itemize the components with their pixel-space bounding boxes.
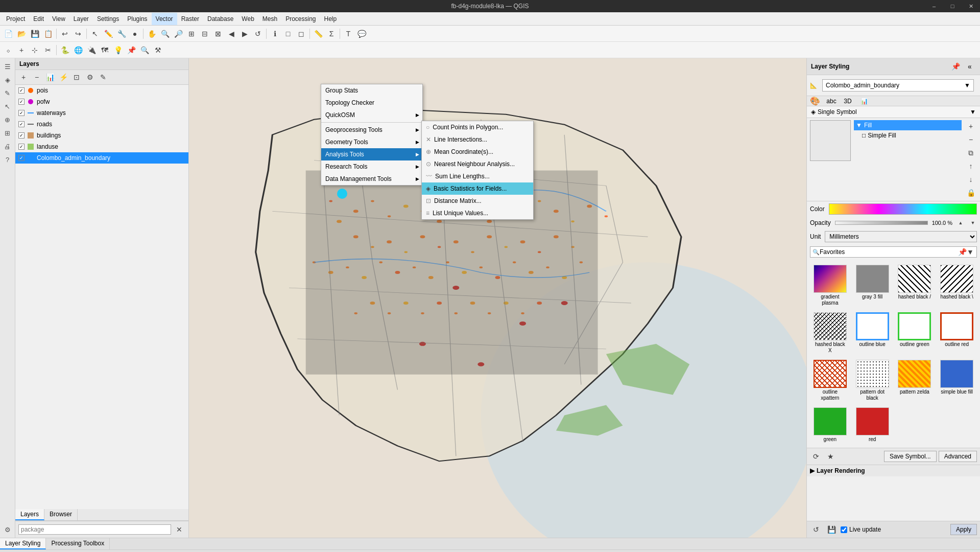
analysis-distance-matrix[interactable]: ⊡ Distance Matrix...: [422, 195, 533, 207]
show-tips-button[interactable]: 🔍: [138, 44, 151, 56]
symbol-outline-blue[interactable]: outline blue: [852, 310, 893, 356]
zoom-next-button[interactable]: ▶: [238, 28, 251, 40]
analysis-mean-coordinate[interactable]: ⊕ Mean Coordinate(s)...: [422, 146, 533, 158]
layer-item-colombo[interactable]: ✓ Colombo_admin_boundary: [15, 152, 188, 164]
symbol-outline-xpattern[interactable]: outlinexpattern: [810, 358, 850, 403]
search-clear-button[interactable]: ✕: [173, 523, 185, 536]
layers-icon[interactable]: ☰: [2, 60, 14, 73]
symbol-hashed-black-backslash[interactable]: hashed black \: [937, 263, 977, 308]
opacity-down-button[interactable]: ▼: [969, 219, 977, 227]
layer-item-pois[interactable]: ✓ pois: [15, 85, 188, 96]
undo-button[interactable]: ↩: [59, 28, 71, 40]
plugin-button[interactable]: 🔌: [85, 44, 98, 56]
add-layer-button[interactable]: +: [17, 71, 30, 83]
symbol-simple-blue-fill[interactable]: simple blue fill: [937, 358, 977, 403]
duplicate-symbol-layer-button[interactable]: ⧉: [965, 147, 977, 159]
split-button[interactable]: ✂: [42, 44, 54, 56]
refresh-button[interactable]: ↺: [252, 28, 264, 40]
menu-web[interactable]: Web: [237, 13, 258, 25]
filter-layer-button[interactable]: ⚡: [57, 71, 69, 83]
waterways-check[interactable]: ✓: [18, 110, 25, 116]
digitize-button[interactable]: ✏️: [102, 28, 114, 40]
open-attribute-table-button[interactable]: 📊: [44, 71, 56, 83]
zoom-icon[interactable]: ⊞: [2, 127, 14, 139]
vector-menu-quickosm[interactable]: QuickOSM ▶: [321, 109, 422, 121]
refresh-style-button[interactable]: ↺: [810, 523, 822, 536]
vector-menu-geoprocessing[interactable]: Geoprocessing Tools ▶: [321, 124, 422, 136]
live-update-checkbox[interactable]: [841, 526, 847, 533]
move-feature-button[interactable]: ⊹: [29, 44, 41, 56]
maximize-button[interactable]: □: [943, 0, 962, 12]
zoom-full-button[interactable]: ⊞: [185, 28, 198, 40]
map-canvas[interactable]: Group Stats Topology Checker QuickOSM ▶ …: [189, 58, 806, 538]
package-search-input[interactable]: [18, 524, 171, 535]
new-project-button[interactable]: 📄: [2, 28, 14, 40]
bookmark-style-button[interactable]: ★: [824, 450, 836, 463]
layer-properties-button[interactable]: ⚙: [84, 71, 96, 83]
vector-menu-analysis[interactable]: Analysis Tools ▶: [321, 148, 422, 160]
symbol-red-fill[interactable]: red: [852, 405, 893, 445]
symbol-simple-fill-row[interactable]: □ Simple Fill: [854, 130, 962, 141]
pan-button[interactable]: ✋: [146, 28, 158, 40]
label-button[interactable]: T: [342, 28, 354, 40]
statistics-button[interactable]: Σ: [325, 28, 338, 40]
menu-raster[interactable]: Raster: [177, 13, 203, 25]
style-paint-tab[interactable]: 🎨: [807, 96, 823, 106]
select-icon[interactable]: ↖: [2, 100, 14, 112]
style-3d-tab[interactable]: 3D: [840, 96, 856, 106]
zoom-layer-button[interactable]: ⊠: [212, 28, 224, 40]
point-button[interactable]: ●: [129, 28, 141, 40]
minimize-button[interactable]: –: [925, 0, 943, 12]
unit-select[interactable]: Millimeters: [825, 231, 977, 242]
move-down-symbol-button[interactable]: ↓: [965, 173, 977, 186]
apply-button[interactable]: Apply: [950, 524, 977, 535]
select-features-button[interactable]: ↖: [89, 28, 101, 40]
globe-button[interactable]: 🌐: [72, 44, 84, 56]
vector-menu-group-stats[interactable]: Group Stats: [321, 84, 422, 97]
symbol-green-fill[interactable]: green: [810, 405, 850, 445]
symbol-outline-red[interactable]: outline red: [937, 310, 977, 356]
add-symbol-layer-button[interactable]: +: [965, 120, 977, 132]
edit-layer-button[interactable]: ✎: [97, 71, 109, 83]
menu-plugins[interactable]: Plugins: [123, 13, 151, 25]
analysis-line-intersections[interactable]: ✕ Line Intersections...: [422, 133, 533, 146]
zoom-back-button[interactable]: ◀: [225, 28, 237, 40]
menu-edit[interactable]: Edit: [29, 13, 48, 25]
save-symbol-button[interactable]: Save Symbol...: [884, 451, 937, 462]
remove-layer-button[interactable]: −: [31, 71, 43, 83]
menu-mesh[interactable]: Mesh: [258, 13, 281, 25]
vector-menu-data-mgmt[interactable]: Data Management Tools ▶: [321, 173, 422, 185]
layer-item-buildings[interactable]: ✓ buildings: [15, 130, 188, 141]
edit-button[interactable]: 🔧: [115, 28, 128, 40]
vector-menu-research[interactable]: Research Tools ▶: [321, 160, 422, 173]
menu-processing[interactable]: Processing: [281, 13, 320, 25]
analysis-count-points[interactable]: ○ Count Points in Polygon...: [422, 121, 533, 133]
zoom-to-layer-button[interactable]: ⊡: [70, 71, 83, 83]
symbol-hashed-black-x[interactable]: hashed blackX: [810, 310, 850, 356]
save-project-button[interactable]: 💾: [29, 28, 41, 40]
analysis-basic-statistics[interactable]: ◈ Basic Statistics for Fields...: [422, 182, 533, 195]
lock-symbol-button[interactable]: 🔒: [965, 187, 977, 199]
zoom-out-button[interactable]: 🔎: [172, 28, 184, 40]
buildings-check[interactable]: ✓: [18, 132, 25, 139]
symbol-outline-green[interactable]: outline green: [895, 310, 935, 356]
zoom-selection-button[interactable]: ⊟: [199, 28, 211, 40]
analysis-nearest-neighbour[interactable]: ⊙ Nearest Neighbour Analysis...: [422, 158, 533, 170]
symbol-pattern-dot-black[interactable]: pattern dotblack: [852, 358, 893, 403]
measure-button[interactable]: 📏: [312, 28, 324, 40]
tab-layers[interactable]: Layers: [15, 509, 44, 520]
tab-layer-styling[interactable]: Layer Styling: [0, 538, 46, 549]
symbol-hashed-black-slash[interactable]: hashed black /: [895, 263, 935, 308]
map-tips-button[interactable]: 💡: [112, 44, 124, 56]
zoom-in-button[interactable]: 🔍: [159, 28, 171, 40]
remove-symbol-layer-button[interactable]: −: [965, 133, 977, 146]
colombo-check[interactable]: ✓: [18, 155, 25, 161]
tab-browser[interactable]: Browser: [44, 509, 78, 520]
history-button[interactable]: ⟳: [810, 450, 822, 463]
collapse-button[interactable]: «: [964, 60, 976, 73]
style-diagram-tab[interactable]: 📊: [856, 96, 872, 106]
menu-help[interactable]: Help: [320, 13, 341, 25]
symbol-gray3fill[interactable]: gray 3 fill: [852, 263, 893, 308]
menu-layer[interactable]: Layer: [69, 13, 93, 25]
menu-view[interactable]: View: [48, 13, 69, 25]
